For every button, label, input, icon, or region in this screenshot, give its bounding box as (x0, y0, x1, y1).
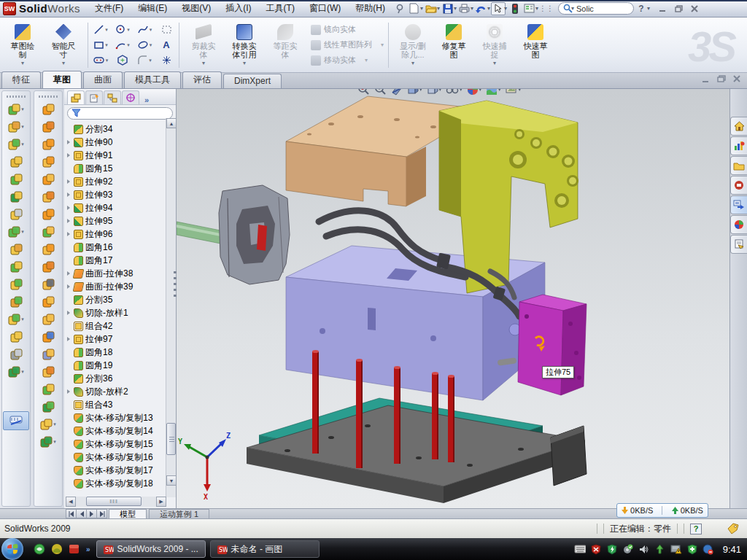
construction-rect-icon[interactable] (155, 22, 177, 37)
tool-icon[interactable]: ▾ (36, 433, 61, 451)
section-view-icon[interactable] (391, 89, 403, 96)
expand-arrow-icon[interactable] (66, 179, 71, 184)
messenger-icon[interactable] (34, 543, 45, 555)
tool-icon[interactable]: ▾ (36, 223, 61, 241)
save-caret-icon[interactable]: ▾ (454, 5, 457, 12)
chevron-down-icon[interactable]: ▾ (381, 42, 384, 48)
menu-item[interactable]: 文件(F) (88, 0, 131, 17)
tree-item[interactable]: 拉伸96 (66, 228, 166, 241)
chevron-down-icon[interactable]: ▾ (202, 60, 205, 66)
command-button[interactable]: 快速草 图 (515, 21, 556, 69)
tool-icon[interactable]: ▾ (36, 328, 61, 346)
chevron-down-icon[interactable]: ▾ (21, 124, 24, 130)
expand-arrow-icon[interactable] (66, 271, 71, 276)
undo-icon[interactable] (474, 2, 489, 15)
slot-tool-icon[interactable]: ▾ (90, 52, 112, 68)
tool-icon[interactable]: ▾ (36, 171, 61, 188)
first-tab-icon[interactable] (66, 509, 77, 518)
print-caret-icon[interactable]: ▾ (471, 5, 473, 12)
chevron-down-icon[interactable]: ▾ (411, 60, 414, 66)
taskbar-clock[interactable]: 9:41 (723, 544, 741, 555)
upload-status-icon[interactable] (654, 543, 666, 555)
expand-arrow-icon[interactable] (66, 245, 71, 249)
expand-arrow-icon[interactable] (66, 350, 71, 354)
security-shield-icon[interactable] (606, 543, 618, 555)
menu-item[interactable]: 帮助(H) (348, 0, 392, 17)
point-tool-icon[interactable] (155, 52, 177, 68)
tree-vertical-scrollbar[interactable]: ▲ ▼ (166, 118, 176, 497)
doc-minimize-button[interactable] (702, 75, 710, 85)
pin-icon[interactable] (392, 2, 407, 15)
view-settings-icon[interactable]: ▾ (506, 89, 522, 95)
taskbar-task-button[interactable]: SW SolidWorks 2009 - ... (96, 540, 206, 558)
chevron-down-icon[interactable]: ▾ (243, 60, 246, 66)
chevron-down-icon[interactable]: ▾ (493, 60, 496, 66)
graphics-viewport[interactable]: Y Z X ▾ ▾ ▾ ▾ ▾ ▾ 拉伸75 (177, 89, 729, 508)
expand-arrow-icon[interactable] (66, 363, 71, 368)
spline-tool-icon[interactable]: ▾ (133, 22, 155, 37)
search-box[interactable]: ▾ Solic (558, 2, 634, 15)
polygon-tool-icon[interactable] (112, 52, 133, 68)
tree-item[interactable]: 组合43 (66, 398, 166, 411)
ellipse-tool-icon[interactable]: ▾ (133, 37, 155, 52)
tool-icon[interactable]: ▾ (36, 258, 61, 276)
menu-item[interactable]: 编辑(E) (131, 0, 174, 17)
tool-icon[interactable]: ▾ (4, 136, 28, 153)
expand-arrow-icon[interactable] (66, 376, 71, 381)
panel-overflow-icon[interactable]: » (144, 96, 149, 104)
tool-icon[interactable]: ▾ (36, 153, 61, 171)
tree-item[interactable]: 组合42 (66, 319, 166, 332)
tree-item[interactable]: 切除-放样1 (66, 306, 166, 319)
command-button[interactable]: 剪裁实 体 ▾ (183, 21, 224, 69)
tool-icon[interactable]: ▾ (4, 223, 28, 241)
tree-item[interactable]: 拉伸95 (66, 214, 166, 228)
edit-appearance-icon[interactable]: ▾ (467, 89, 482, 96)
last-tab-icon[interactable] (96, 509, 107, 518)
tool-icon[interactable]: ▾ (4, 118, 28, 136)
open-document-icon[interactable] (424, 2, 438, 15)
wireless-warning-icon[interactable] (670, 543, 682, 555)
save-icon[interactable] (441, 2, 455, 15)
defender-shield-icon[interactable] (686, 543, 698, 555)
chevron-down-icon[interactable]: ▾ (21, 316, 24, 322)
tool-icon[interactable]: ▾ (4, 171, 28, 188)
tree-item[interactable]: 分割36 (66, 372, 166, 385)
tree-item[interactable]: 实体-移动/复制15 (66, 438, 166, 451)
select-caret-icon[interactable]: ▾ (504, 5, 507, 12)
command-button[interactable]: 智能尺 寸 ▾ (43, 21, 84, 69)
scrollbar-thumb[interactable]: ‖‖‖ (86, 497, 142, 506)
chevron-down-icon[interactable]: ▾ (21, 106, 24, 112)
expand-arrow-icon[interactable] (66, 389, 71, 394)
appearances-scenes-tab[interactable] (730, 215, 747, 234)
tool-icon[interactable]: ▾ (36, 398, 61, 416)
tool-icon[interactable]: ▾ (36, 346, 61, 363)
expand-arrow-icon[interactable] (66, 311, 71, 315)
tool-icon[interactable]: ▾ (4, 153, 28, 171)
resources-home-tab[interactable] (730, 117, 747, 136)
expand-arrow-icon[interactable] (66, 337, 71, 341)
tree-item[interactable]: 实体-移动/复制17 (66, 464, 166, 477)
tree-item[interactable]: 拉伸94 (66, 201, 166, 214)
solidworks-resources-tab[interactable] (730, 176, 747, 195)
custom-properties-tab[interactable] (730, 235, 747, 254)
tool-icon[interactable]: ▾ (36, 293, 61, 311)
chevron-down-icon[interactable]: ▾ (53, 439, 56, 445)
scrollbar-thumb[interactable] (166, 423, 176, 455)
tool-icon[interactable]: ▾ (36, 276, 61, 293)
tree-item[interactable]: 实体-移动/复制14 (66, 424, 166, 438)
expand-arrow-icon[interactable] (66, 429, 71, 433)
restore-button[interactable] (673, 4, 684, 14)
options-caret-icon[interactable]: ▾ (535, 5, 538, 12)
help-caret-icon[interactable]: ▾ (647, 5, 650, 12)
tool-icon[interactable]: ▾ (4, 276, 28, 293)
tree-horizontal-scrollbar[interactable]: ◀ ‖‖‖ ▶ (66, 497, 166, 507)
command-button[interactable]: 修复草 图 (433, 21, 474, 69)
tree-item[interactable]: 实体-移动/复制13 (66, 411, 166, 424)
help-icon[interactable]: ? (634, 2, 649, 15)
tool-icon[interactable]: ▾ (4, 293, 28, 311)
expand-arrow-icon[interactable] (66, 206, 71, 210)
ribbon-tab[interactable]: 草图 (42, 71, 82, 88)
tree-item[interactable]: 拉伸92 (66, 175, 166, 188)
chevron-down-icon[interactable]: ▾ (21, 369, 24, 375)
expand-arrow-icon[interactable] (66, 153, 71, 158)
